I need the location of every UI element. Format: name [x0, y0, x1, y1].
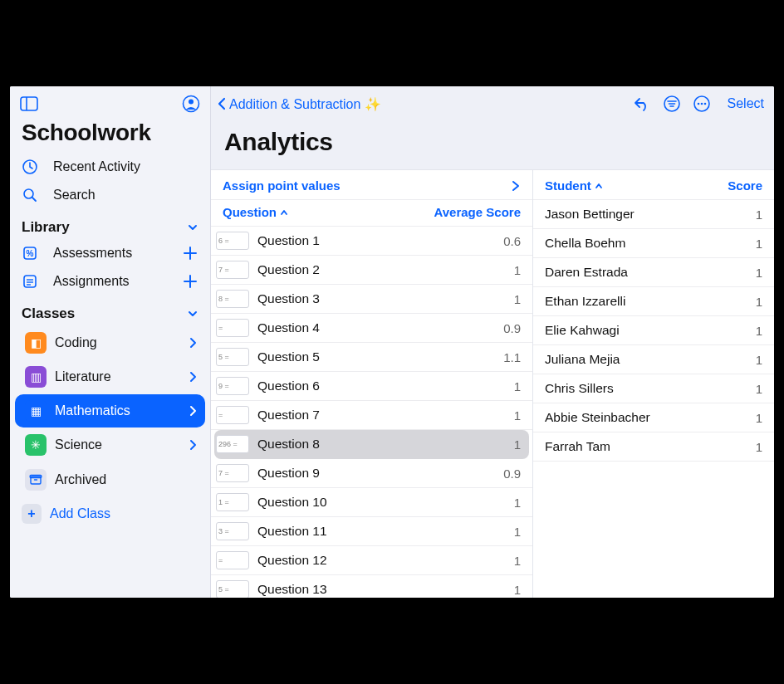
- student-row[interactable]: Jason Bettinger1: [533, 200, 774, 229]
- more-icon[interactable]: [693, 95, 714, 113]
- svg-rect-9: [24, 276, 36, 287]
- student-name: Farrah Tam: [545, 439, 756, 454]
- undo-icon[interactable]: [633, 95, 654, 112]
- student-header-label: Student: [545, 178, 591, 193]
- class-icon: ▦: [25, 400, 47, 422]
- sidebar-library-assessments[interactable]: % Assessments: [10, 239, 210, 267]
- class-label: Coding: [55, 335, 97, 350]
- section-label: Classes: [22, 305, 75, 322]
- question-row[interactable]: 296 = Question 81: [214, 430, 529, 459]
- student-name: Elie Kahwagi: [545, 323, 756, 338]
- question-score: 1: [514, 408, 521, 423]
- add-class-button[interactable]: + Add Class: [10, 497, 210, 530]
- question-thumbnail: 3 =: [216, 522, 249, 540]
- question-score: 1: [514, 525, 521, 539]
- question-label: Question 3: [257, 291, 514, 306]
- sidebar-library-assignments[interactable]: Assignments: [10, 267, 210, 296]
- sidebar-class-item[interactable]: ◧Coding: [15, 326, 205, 359]
- student-name: Juliana Mejia: [545, 352, 756, 367]
- question-score: 1: [514, 379, 521, 393]
- account-icon[interactable]: [182, 95, 200, 113]
- student-row[interactable]: Chris Sillers1: [533, 374, 774, 403]
- question-row[interactable]: 7 = Question 90.9: [211, 459, 532, 488]
- class-icon: ✳: [25, 434, 47, 456]
- chevron-down-icon: [187, 308, 198, 320]
- sidebar-class-item[interactable]: ▦Mathematics: [15, 394, 205, 428]
- score-header-label: Score: [728, 178, 762, 193]
- assign-point-values-button[interactable]: Assign point values: [211, 170, 532, 200]
- student-row[interactable]: Chella Boehm1: [533, 229, 774, 258]
- class-icon: ▥: [25, 366, 47, 388]
- question-score: 0.9: [503, 321, 521, 335]
- select-button[interactable]: Select: [728, 96, 764, 111]
- question-thumbnail: 7 =: [216, 261, 249, 279]
- app-title: Schoolwork: [10, 116, 210, 153]
- question-row[interactable]: 5 = Question 131: [211, 575, 532, 598]
- question-score: 1: [514, 292, 521, 306]
- chevron-left-icon: [216, 96, 228, 111]
- sidebar-search[interactable]: Search: [10, 181, 210, 209]
- chevron-right-icon: [189, 405, 197, 417]
- question-score: 1: [514, 263, 521, 277]
- search-icon: [22, 187, 45, 203]
- chevron-right-icon: [189, 439, 197, 451]
- sidebar-class-item[interactable]: ▥Literature: [15, 360, 205, 393]
- sidebar-section-classes[interactable]: Classes: [10, 296, 210, 325]
- sidebar-recent-activity[interactable]: Recent Activity: [10, 153, 210, 181]
- question-label: Question 10: [257, 495, 514, 510]
- student-row[interactable]: Ethan Izzarelli1: [533, 287, 774, 316]
- student-score: 1: [756, 237, 762, 251]
- question-row[interactable]: 7 = Question 21: [211, 256, 532, 285]
- class-label: Science: [55, 437, 102, 452]
- questions-column: Assign point values Question Average Sco…: [211, 170, 533, 598]
- question-score: 1: [514, 437, 521, 452]
- question-row[interactable]: = Question 71: [211, 401, 532, 430]
- question-label: Question 2: [257, 262, 514, 277]
- class-label: Mathematics: [55, 403, 130, 418]
- students-header[interactable]: Student Score: [533, 170, 774, 200]
- sidebar-section-library[interactable]: Library: [10, 209, 210, 239]
- student-row[interactable]: Abbie Steinbacher1: [533, 403, 774, 432]
- student-name: Jason Bettinger: [545, 207, 756, 222]
- sidebar-class-item[interactable]: ✳Science: [15, 428, 205, 462]
- filter-icon[interactable]: [663, 95, 684, 113]
- student-score: 1: [756, 324, 762, 338]
- question-score: 0.6: [503, 234, 521, 248]
- question-row[interactable]: 8 = Question 31: [211, 285, 532, 314]
- student-row[interactable]: Juliana Mejia1: [533, 345, 774, 374]
- question-row[interactable]: 6 = Question 10.6: [211, 227, 532, 256]
- question-row[interactable]: 3 = Question 111: [211, 517, 532, 546]
- svg-point-3: [189, 100, 194, 105]
- question-row[interactable]: 5 = Question 51.1: [211, 343, 532, 372]
- sidebar-item-label: Recent Activity: [53, 159, 140, 174]
- student-name: Chris Sillers: [545, 381, 756, 396]
- sidebar-item-label: Assignments: [53, 274, 130, 289]
- question-row[interactable]: 1 = Question 101: [211, 488, 532, 517]
- add-icon[interactable]: [182, 273, 198, 290]
- student-score: 1: [756, 382, 762, 396]
- student-row[interactable]: Daren Estrada1: [533, 258, 774, 287]
- question-row[interactable]: = Question 40.9: [211, 314, 532, 343]
- sidebar-toggle-icon[interactable]: [20, 96, 38, 111]
- questions-header[interactable]: Question Average Score: [211, 200, 532, 227]
- question-label: Question 4: [257, 320, 503, 335]
- add-icon[interactable]: [182, 245, 198, 261]
- question-score: 1: [514, 554, 521, 568]
- svg-text:%: %: [27, 249, 34, 258]
- question-thumbnail: 8 =: [216, 290, 249, 308]
- student-row[interactable]: Farrah Tam1: [533, 432, 774, 462]
- question-header-label: Question: [223, 205, 277, 219]
- student-row[interactable]: Elie Kahwagi1: [533, 316, 774, 345]
- question-score: 1: [514, 496, 521, 510]
- question-label: Question 6: [257, 379, 514, 393]
- toolbar: Addition & Subtraction ✨ Select: [211, 86, 774, 116]
- sidebar-item-label: Archived: [55, 472, 106, 487]
- question-row[interactable]: = Question 121: [211, 546, 532, 575]
- sidebar: Schoolwork Recent Activity Search Librar…: [10, 86, 211, 598]
- back-button[interactable]: Addition & Subtraction ✨: [216, 96, 381, 112]
- main-content: Addition & Subtraction ✨ Select Analytic…: [211, 86, 774, 598]
- sidebar-archived[interactable]: Archived: [15, 463, 205, 496]
- student-name: Abbie Steinbacher: [545, 410, 756, 425]
- sort-asc-icon: [280, 208, 288, 217]
- question-row[interactable]: 9 = Question 61: [211, 372, 532, 401]
